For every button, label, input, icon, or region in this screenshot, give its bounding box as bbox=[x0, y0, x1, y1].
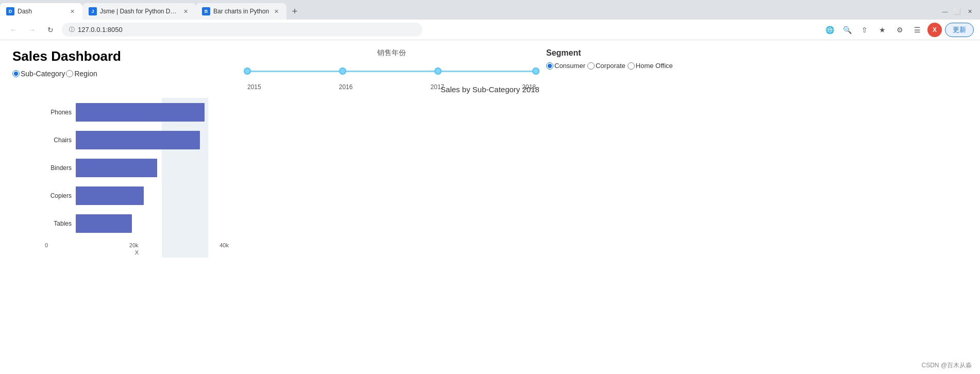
tab-close-jsme[interactable]: ✕ bbox=[181, 7, 190, 15]
bar-chart: Phones Chairs Binders bbox=[12, 98, 229, 256]
bar-fill-copiers bbox=[76, 186, 144, 205]
bar-label-copiers: Copiers bbox=[43, 192, 72, 199]
x-axis-label: X bbox=[45, 249, 229, 256]
slider-track bbox=[247, 71, 536, 72]
address-bar: ← → ↻ ⓘ 127.0.0.1:8050 🌐 🔍 ⇧ ★ ⚙ ☰ X 更新 bbox=[0, 20, 980, 40]
sub-category-option[interactable]: Sub-Category bbox=[12, 70, 65, 78]
bar-row-binders: Binders bbox=[43, 159, 224, 177]
tab-label-jsme: Jsme | Dash for Python Docume... bbox=[100, 8, 178, 15]
tab-jsme[interactable]: J Jsme | Dash for Python Docume... ✕ bbox=[82, 3, 196, 20]
x-tick-20k: 20k bbox=[129, 242, 139, 248]
slider-label: 销售年份 bbox=[247, 48, 536, 58]
chart-section: Sales by Sub-Category 2018 Phones bbox=[12, 85, 968, 256]
tick-2018: 2018 bbox=[522, 83, 536, 91]
corporate-label: Corporate bbox=[596, 62, 626, 70]
new-tab-button[interactable]: + bbox=[286, 3, 303, 20]
minimize-button[interactable]: — bbox=[941, 7, 949, 15]
bar-label-tables: Tables bbox=[43, 220, 72, 227]
bar-row-copiers: Copiers bbox=[43, 186, 224, 205]
year-slider-section: 销售年份 2015 2016 2017 2018 bbox=[247, 48, 536, 91]
lock-icon: ⓘ bbox=[69, 26, 75, 33]
window-controls: — ⬜ ✕ bbox=[941, 7, 980, 15]
extensions-icon[interactable]: ⚙ bbox=[892, 23, 907, 37]
toolbar-actions: 🌐 🔍 ⇧ ★ ⚙ ☰ X 更新 bbox=[822, 23, 974, 37]
segment-options: Consumer Corporate Home Office bbox=[546, 62, 673, 70]
bar-label-phones: Phones bbox=[43, 109, 72, 116]
share-icon[interactable]: ⇧ bbox=[857, 23, 872, 37]
x-axis: 0 20k 40k bbox=[45, 242, 229, 248]
browser-chrome: D Dash ✕ J Jsme | Dash for Python Docume… bbox=[0, 0, 980, 40]
search-icon[interactable]: 🔍 bbox=[840, 23, 854, 37]
sidebar-icon[interactable]: ☰ bbox=[910, 23, 924, 37]
region-radio[interactable] bbox=[66, 70, 73, 77]
tab-bar-charts[interactable]: B Bar charts in Python ✕ bbox=[196, 3, 286, 20]
bar-wrapper-phones bbox=[76, 103, 224, 122]
bar-row-tables: Tables bbox=[43, 214, 224, 233]
tab-dash[interactable]: D Dash ✕ bbox=[0, 3, 82, 20]
reload-button[interactable]: ↻ bbox=[43, 23, 58, 37]
region-option[interactable]: Region bbox=[66, 70, 97, 78]
corporate-radio[interactable] bbox=[587, 62, 595, 70]
consumer-label: Consumer bbox=[554, 62, 585, 70]
consumer-radio[interactable] bbox=[546, 62, 553, 70]
bar-row-chairs: Chairs bbox=[43, 131, 224, 149]
tab-favicon-jsme: J bbox=[89, 7, 97, 15]
region-label: Region bbox=[74, 70, 97, 78]
segment-label: Segment bbox=[546, 48, 673, 58]
translate-icon[interactable]: 🌐 bbox=[822, 23, 837, 37]
bar-wrapper-tables bbox=[76, 214, 224, 233]
tab-label-bar-charts: Bar charts in Python bbox=[213, 8, 269, 15]
segment-section: Segment Consumer Corporate Home Office bbox=[546, 48, 673, 70]
tab-favicon-bar-charts: B bbox=[202, 7, 210, 15]
tab-favicon-dash: D bbox=[6, 7, 14, 15]
consumer-option[interactable]: Consumer bbox=[546, 62, 585, 70]
x-tick-0: 0 bbox=[45, 242, 48, 248]
back-button[interactable]: ← bbox=[6, 23, 21, 37]
slider-thumb-2015[interactable] bbox=[244, 67, 251, 75]
slider-fill bbox=[247, 71, 536, 72]
sub-category-radio[interactable] bbox=[12, 70, 20, 77]
bar-fill-tables bbox=[76, 214, 132, 233]
tick-2015: 2015 bbox=[247, 83, 261, 91]
bar-fill-chairs bbox=[76, 131, 200, 149]
bar-wrapper-chairs bbox=[76, 131, 224, 149]
bookmark-icon[interactable]: ★ bbox=[875, 23, 889, 37]
restore-button[interactable]: ⬜ bbox=[953, 7, 961, 15]
tab-label-dash: Dash bbox=[18, 8, 65, 15]
tab-close-bar-charts[interactable]: ✕ bbox=[272, 7, 280, 15]
tab-close-dash[interactable]: ✕ bbox=[68, 7, 76, 15]
profile-avatar[interactable]: X bbox=[927, 23, 942, 37]
sub-category-label: Sub-Category bbox=[21, 70, 65, 78]
bar-row-phones: Phones bbox=[43, 103, 224, 122]
slider-ticks: 2015 2016 2017 2018 bbox=[247, 83, 536, 91]
tick-2017: 2017 bbox=[431, 83, 445, 91]
home-office-label: Home Office bbox=[636, 62, 673, 70]
bar-fill-phones bbox=[76, 103, 205, 122]
corporate-option[interactable]: Corporate bbox=[587, 62, 626, 70]
slider-container[interactable] bbox=[247, 61, 536, 81]
tab-bar: D Dash ✕ J Jsme | Dash for Python Docume… bbox=[0, 0, 980, 20]
bar-wrapper-binders bbox=[76, 159, 224, 177]
bar-wrapper-copiers bbox=[76, 186, 224, 205]
bar-label-chairs: Chairs bbox=[43, 137, 72, 144]
x-tick-40k: 40k bbox=[219, 242, 229, 248]
home-office-option[interactable]: Home Office bbox=[628, 62, 673, 70]
bar-label-binders: Binders bbox=[43, 164, 72, 172]
update-button[interactable]: 更新 bbox=[945, 23, 974, 37]
slider-thumb-2018[interactable] bbox=[532, 67, 539, 75]
forward-button[interactable]: → bbox=[25, 23, 39, 37]
close-button[interactable]: ✕ bbox=[966, 7, 974, 15]
home-office-radio[interactable] bbox=[628, 62, 635, 70]
page-content: Sales Dashboard Sub-Category Region 销售年份 bbox=[0, 40, 980, 339]
url-bar[interactable]: ⓘ 127.0.0.1:8050 bbox=[62, 23, 423, 37]
tick-2016: 2016 bbox=[339, 83, 353, 91]
url-text: 127.0.0.1:8050 bbox=[78, 26, 123, 33]
slider-thumb-2017[interactable] bbox=[434, 67, 442, 75]
slider-thumb-2016[interactable] bbox=[339, 67, 346, 75]
bar-fill-binders bbox=[76, 159, 157, 177]
